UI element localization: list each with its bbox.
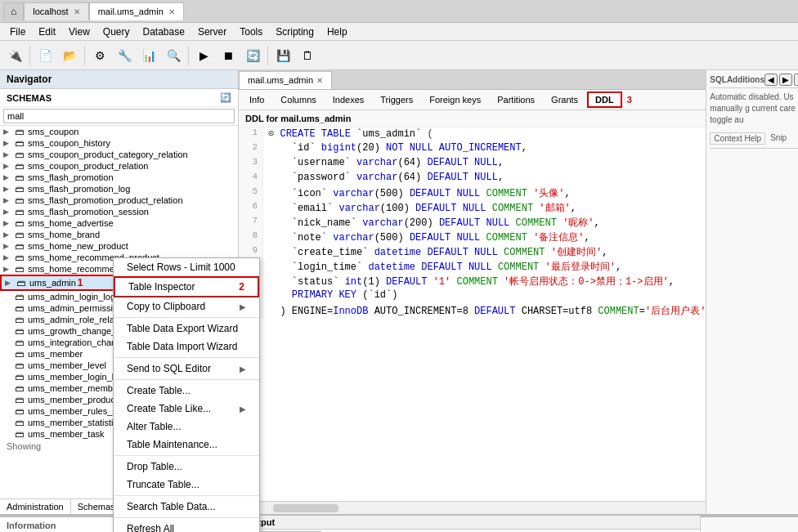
toolbar-btn-10[interactable]: 💾 [271, 44, 294, 67]
ctx-select-rows[interactable]: Select Rows - Limit 1000 [114, 258, 259, 276]
tree-arrow: ▶ [3, 219, 15, 227]
toolbar-btn-8[interactable]: ⏹ [217, 44, 240, 67]
tree-item-sms-coupon-product-rel[interactable]: ▶ 🗃 sms_coupon_product_relation [0, 160, 238, 172]
menu-scripting[interactable]: Scripting [269, 25, 321, 39]
code-line-13: 13 ) ENGINE=InnoDB AUTO_INCREMENT=8 DEFA… [239, 304, 706, 319]
tree-arrow: ▶ [3, 139, 15, 147]
tree-arrow: ▶ [3, 162, 15, 170]
context-help-tab[interactable]: Context Help [710, 132, 765, 145]
ctx-table-maint[interactable]: Table Maintenance... [114, 436, 259, 454]
tree-item-sms-home-adv[interactable]: ▶ 🗃 sms_home_advertise [0, 217, 238, 229]
tree-item-sms-home-brand[interactable]: ▶ 🗃 sms_home_brand [0, 229, 238, 240]
tree-item-sms-flash-product[interactable]: ▶ 🗃 sms_flash_promotion_product_relation [0, 194, 238, 206]
toolbar-btn-6[interactable]: 🔍 [162, 44, 185, 67]
table-icon: 🗃 [15, 138, 26, 148]
tree-arrow: ▶ [3, 253, 15, 262]
content-area: mail.ums_admin ✕ Info Columns Indexes Tr… [239, 70, 706, 514]
content-tab-close[interactable]: ✕ [316, 76, 323, 85]
ddl-header: DDL for mail.ums_admin [239, 110, 706, 127]
sub-tab-ddl[interactable]: DDL [587, 92, 622, 108]
menu-query[interactable]: Query [96, 25, 137, 39]
nav-fwd-btn[interactable]: ▶ [779, 74, 792, 86]
toolbar-btn-5[interactable]: 📊 [137, 44, 160, 67]
sub-tab-indexes[interactable]: Indexes [325, 92, 372, 107]
toolbar-btn-9[interactable]: 🔄 [241, 44, 264, 67]
ctx-truncate-table[interactable]: Truncate Table... [114, 476, 259, 494]
content-tab-mail[interactable]: mail.ums_admin ✕ [239, 71, 332, 89]
tree-arrow: ▶ [3, 230, 15, 239]
toolbar-sep-2 [84, 46, 85, 65]
home-tab[interactable]: ⌂ [3, 2, 24, 20]
toolbar-new-query[interactable]: 📄 [34, 44, 56, 67]
menu-view[interactable]: View [62, 25, 96, 39]
tree-item-sms-coupon-product-cat[interactable]: ▶ 🗃 sms_coupon_product_category_relation [0, 149, 238, 160]
toolbar-btn-7[interactable]: ▶ [192, 44, 215, 67]
ctx-search-table[interactable]: Search Table Data... [114, 498, 259, 516]
ctx-refresh-all[interactable]: Refresh All [114, 520, 259, 532]
ctx-alter-table[interactable]: Alter Table... [114, 418, 259, 436]
sub-tab-info[interactable]: Info [242, 92, 271, 107]
sub-tab-grants[interactable]: Grants [544, 92, 585, 107]
toolbar-open[interactable]: 📂 [58, 44, 81, 67]
tab-mail-ums-admin[interactable]: mail.ums_admin ✕ [89, 2, 184, 20]
toolbar: 🔌 📄 📂 ⚙ 🔧 📊 🔍 ▶ ⏹ 🔄 💾 🗒 [0, 41, 798, 70]
nav-tab-admin[interactable]: Administration [0, 499, 71, 514]
tree-item-sms-flash-session[interactable]: ▶ 🗃 sms_flash_promotion_session [0, 206, 238, 217]
sub-tab-columns[interactable]: Columns [273, 92, 323, 107]
tree-item-sms-coupon[interactable]: ▶ 🗃 sms_coupon [0, 126, 238, 137]
tree-item-sms-home-new[interactable]: ▶ 🗃 sms_home_new_product [0, 240, 238, 252]
snip-tab[interactable]: Snip [767, 132, 790, 145]
ctx-copy-clipboard[interactable]: Copy to Clipboard ▶ [114, 297, 259, 315]
sub-tab-foreign-keys[interactable]: Foreign keys [422, 92, 488, 107]
code-line-10: 10 `login_time` datetime DEFAULT NULL CO… [239, 260, 706, 275]
ctx-arrow-5: ▶ [240, 364, 246, 373]
scrollbar-thumb[interactable] [273, 504, 338, 512]
toolbar-new-connection[interactable]: 🔌 [3, 44, 26, 67]
toolbar-btn-11[interactable]: 🗒 [296, 44, 319, 67]
tab-localhost[interactable]: localhost ✕ [24, 2, 88, 20]
tab-localhost-close[interactable]: ✕ [74, 7, 80, 16]
sub-tab-partitions[interactable]: Partitions [490, 92, 542, 107]
table-icon: 🗃 [15, 218, 26, 228]
toolbar-btn-4[interactable]: 🔧 [113, 44, 136, 67]
tab-mail-close[interactable]: ✕ [168, 7, 175, 16]
menu-server[interactable]: Server [191, 25, 233, 39]
tree-item-sms-flash-log[interactable]: ▶ 🗃 sms_flash_promotion_log [0, 183, 238, 194]
ctx-sep-2 [114, 357, 259, 358]
ctx-table-inspector[interactable]: Table Inspector 2 [114, 276, 259, 297]
toolbar-btn-3[interactable]: ⚙ [88, 44, 111, 67]
menu-database[interactable]: Database [137, 25, 191, 39]
ctx-export-wizard[interactable]: Table Data Export Wizard [114, 320, 259, 338]
sub-tab-triggers[interactable]: Triggers [373, 92, 420, 107]
ctx-send-sql[interactable]: Send to SQL Editor ▶ [114, 360, 259, 378]
code-line-2: 2 `id` bigint(20) NOT NULL AUTO_INCREMEN… [239, 142, 706, 157]
schemas-refresh-icon[interactable]: 🔄 [220, 92, 231, 103]
nav-back-btn[interactable]: ◀ [764, 74, 778, 86]
code-line-8: 8 `note` varchar(500) DEFAULT NULL COMME… [239, 230, 706, 245]
ctx-drop-table[interactable]: Drop Table... [114, 458, 259, 476]
menu-help[interactable]: Help [321, 25, 354, 39]
ctx-create-table[interactable]: Create Table... [114, 382, 259, 400]
code-line-5: 5 `icon` varchar(500) DEFAULT NULL COMME… [239, 186, 706, 201]
search-input[interactable] [3, 109, 235, 123]
horizontal-scrollbar[interactable] [239, 501, 706, 514]
table-icon: 🗃 [15, 395, 26, 405]
toolbar-sep-1 [29, 46, 30, 65]
table-icon: 🗃 [15, 360, 26, 370]
menu-tools[interactable]: Tools [233, 25, 269, 39]
sub-tabs: Info Columns Indexes Triggers Foreign ke… [239, 90, 706, 110]
menu-edit[interactable]: Edit [32, 25, 62, 39]
table-icon: 🗃 [15, 207, 26, 217]
ctx-import-wizard[interactable]: Table Data Import Wizard [114, 338, 259, 355]
ctx-sep-5 [114, 495, 259, 496]
ctx-create-table-like[interactable]: Create Table Like... ▶ [114, 400, 259, 418]
table-icon: 🗃 [15, 372, 26, 382]
table-icon: 🗃 [15, 326, 26, 336]
tree-item-sms-coupon-history[interactable]: ▶ 🗃 sms_coupon_history [0, 137, 238, 149]
navigator-header: Navigator [0, 70, 238, 89]
tree-item-sms-flash[interactable]: ▶ 🗃 sms_flash_promotion [0, 172, 238, 183]
nav-extra-btn[interactable]: ⚙ [794, 74, 798, 86]
table-icon: 🗃 [15, 383, 26, 393]
table-icon: 🗃 [15, 303, 26, 313]
menu-file[interactable]: File [3, 25, 32, 39]
